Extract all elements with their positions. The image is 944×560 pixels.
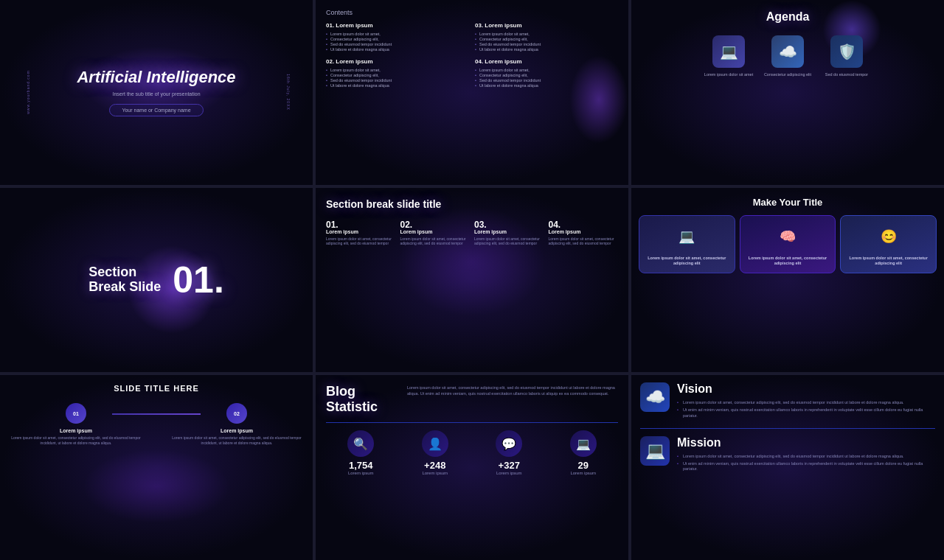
agenda-text-1: Lorem ipsum dolor sit amet xyxy=(704,72,753,77)
item-desc-4: Lorem ipsum dolor sit amet, consectetur … xyxy=(549,237,619,246)
mission-content: Mission Lorem ipsum dolor sit amet, cons… xyxy=(677,436,935,474)
slide1-title: Artificial Intelligence xyxy=(77,68,235,87)
timeline-desc-2: Lorem ipsum dolor sit amet, consectetur … xyxy=(171,435,302,445)
slide8-title: Blog Statistic xyxy=(326,384,400,415)
stat-item-4: 💻 29 Lorem ipsum xyxy=(570,430,597,475)
timeline-item-2: 02 Lorem ipsum Lorem ipsum dolor sit ame… xyxy=(171,403,302,445)
item-num-1: 01. xyxy=(326,220,396,229)
item-col-4: 04. Lorem ipsum Lorem ipsum dolor sit am… xyxy=(549,220,619,246)
slide-4: Section Break Slide 01. xyxy=(0,188,313,373)
timeline-item-1: 01 Lorem ipsum Lorem ipsum dolor sit ame… xyxy=(10,403,142,445)
agenda-item-2: ☁️ Consectetur adipiscing elit xyxy=(762,35,813,77)
bullet: Ut labore et dolore magna aliqua xyxy=(475,47,618,52)
bullet: Lorem ipsum dolor sit amet, xyxy=(475,32,618,36)
stat-icon-1: 🔍 xyxy=(347,430,374,457)
slide-8: Blog Statistic Lorem ipsum dolor sit ame… xyxy=(316,375,628,560)
vision-title: Vision xyxy=(677,382,935,396)
content-item-3: 03. Lorem ipsum Lorem ipsum dolor sit am… xyxy=(475,22,618,52)
item-num-3: 03. xyxy=(474,220,544,229)
card-2: 🧠 Lorem ipsum dolor sit amet, consectetu… xyxy=(740,215,836,273)
item-title-3: Lorem ipsum xyxy=(474,229,544,234)
timeline-desc-1: Lorem ipsum dolor sit amet, consectetur … xyxy=(10,435,142,445)
content-item-4: 04. Lorem ipsum Lorem ipsum dolor sit am… xyxy=(475,58,618,88)
slide-2: Contents 01. Lorem ipsum Lorem ipsum dol… xyxy=(316,0,628,185)
card-text-2: Lorem ipsum dolor sit amet, consectetur … xyxy=(745,256,831,267)
card-text-3: Lorem ipsum dolor sit amet, consectetur … xyxy=(845,256,931,267)
card-icon-3: 😊 xyxy=(874,222,903,251)
agenda-icon-3: 🛡️ xyxy=(830,35,863,68)
slide-3: Agenda 💻 Lorem ipsum dolor sit amet ☁️ C… xyxy=(631,0,944,185)
stat-icon-2: 👤 xyxy=(422,430,448,457)
agenda-items: 💻 Lorem ipsum dolor sit amet ☁️ Consecte… xyxy=(703,35,872,77)
item-desc-3: Lorem ipsum dolor sit amet, consectetur … xyxy=(474,237,544,246)
slide-5: Section break slide title 01. Lorem ipsu… xyxy=(316,188,628,373)
item-title-2: Lorem ipsum xyxy=(400,229,471,234)
content-item-2: 02. Lorem ipsum Lorem ipsum dolor sit am… xyxy=(326,58,469,88)
bullet: Consectetur adipiscing elit, xyxy=(475,37,618,41)
mission-bullet-1: Lorem ipsum dolor sit amet, consectetur … xyxy=(677,454,935,459)
stat-item-1: 🔍 1,754 Lorem ipsum xyxy=(347,430,374,475)
slide2-title: Contents xyxy=(326,9,618,16)
bullet: Lorem ipsum dolor sit amet, xyxy=(326,68,469,72)
blog-desc: Lorem ipsum dolor sit amet, consectetur … xyxy=(407,384,618,396)
vision-section: ☁️ Vision Lorem ipsum dolor sit amet, co… xyxy=(640,382,935,428)
bullet: Ut labore et dolore magna aliqua xyxy=(326,47,469,52)
timeline-title-1: Lorem ipsum xyxy=(10,428,142,433)
bullet: Ut labore et dolore magna aliqua xyxy=(326,83,469,88)
timeline-circle-1: 01 xyxy=(66,403,86,424)
vision-icon: ☁️ xyxy=(640,382,670,412)
slide-9: ☁️ Vision Lorem ipsum dolor sit amet, co… xyxy=(631,375,944,560)
vision-bullet-2: Ut enim ad minim veniam, quis nostrud ex… xyxy=(677,407,935,418)
section-label: Section xyxy=(88,265,161,280)
cards-row: 💻 Lorem ipsum dolor sit amet, consectetu… xyxy=(639,215,937,273)
bullet: Sed do eiusmod tempor incididunt xyxy=(475,78,618,83)
agenda-icon-2: ☁️ xyxy=(771,35,804,68)
stat-num-2: +248 xyxy=(424,460,445,471)
slide-7: SLIDE TITLE HERE 01 Lorem ipsum Lorem ip… xyxy=(0,375,313,560)
item-title-1: Lorem ipsum xyxy=(326,229,396,234)
agenda-icon-1: 💻 xyxy=(712,35,745,68)
blog-header: Blog Statistic Lorem ipsum dolor sit ame… xyxy=(326,384,618,415)
content-item-4-heading: 04. Lorem ipsum xyxy=(475,58,618,65)
stat-label-1: Lorem ipsum xyxy=(348,471,374,475)
stats-row: 🔍 1,754 Lorem ipsum 👤 +248 Lorem ipsum 💬… xyxy=(326,430,618,475)
card-1: 💻 Lorem ipsum dolor sit amet, consectetu… xyxy=(639,215,735,273)
item-num-2: 02. xyxy=(400,220,471,229)
agenda-text-2: Consectetur adipiscing elit xyxy=(764,72,811,77)
item-desc-1: Lorem ipsum dolor sit amet, consectetur … xyxy=(326,237,396,246)
bullet: Sed do eiusmod tempor incididunt xyxy=(326,42,469,46)
item-col-2: 02. Lorem ipsum Lorem ipsum dolor sit am… xyxy=(400,220,471,246)
timeline-circle-2: 02 xyxy=(226,403,247,424)
item-col-1: 01. Lorem ipsum Lorem ipsum dolor sit am… xyxy=(326,220,396,246)
slide7-title: SLIDE TITLE HERE xyxy=(10,384,302,393)
vision-bullets: Lorem ipsum dolor sit amet, consectetur … xyxy=(677,400,935,418)
card-icon-2: 🧠 xyxy=(773,222,802,251)
divider xyxy=(326,422,618,423)
stat-item-3: 💬 +327 Lorem ipsum xyxy=(496,430,522,475)
item-num-4: 04. xyxy=(549,220,619,229)
slide3-title: Agenda xyxy=(766,10,810,24)
bullet: Sed do eiusmod tempor incididunt xyxy=(326,78,469,83)
slide-6: Make Your Title 💻 Lorem ipsum dolor sit … xyxy=(631,188,944,373)
slide-1: www.yourband.com 16th July, 20XX Artific… xyxy=(0,0,313,185)
stat-icon-3: 💬 xyxy=(496,430,522,457)
stat-num-3: +327 xyxy=(499,460,520,471)
agenda-text-3: Sed do eiusmod tempor xyxy=(825,72,868,77)
bullet: Lorem ipsum dolor sit amet, xyxy=(475,68,618,72)
card-icon-1: 💻 xyxy=(672,222,701,251)
bullet: Ut labore et dolore magna aliqua xyxy=(475,83,618,88)
slide1-placeholder: Your name or Company name xyxy=(109,104,203,116)
bullet: Consectetur adipiscing elit, xyxy=(326,37,469,41)
mission-icon: 💻 xyxy=(640,436,670,466)
slide6-title: Make Your Title xyxy=(639,197,937,208)
content-item-2-heading: 02. Lorem ipsum xyxy=(326,58,469,65)
date-text: 16th July, 20XX xyxy=(286,74,291,111)
card-3: 😊 Lorem ipsum dolor sit amet, consectetu… xyxy=(840,215,937,273)
bullet: Lorem ipsum dolor sit amet, xyxy=(326,32,469,36)
timeline-content-2: Lorem ipsum Lorem ipsum dolor sit amet, … xyxy=(171,428,302,445)
timeline: 01 Lorem ipsum Lorem ipsum dolor sit ame… xyxy=(10,403,302,445)
bullet: Consectetur adipiscing elit, xyxy=(475,73,618,77)
mission-bullets: Lorem ipsum dolor sit amet, consectetur … xyxy=(677,454,935,472)
items-row: 01. Lorem ipsum Lorem ipsum dolor sit am… xyxy=(326,220,618,246)
timeline-content-1: Lorem ipsum Lorem ipsum dolor sit amet, … xyxy=(10,428,142,445)
